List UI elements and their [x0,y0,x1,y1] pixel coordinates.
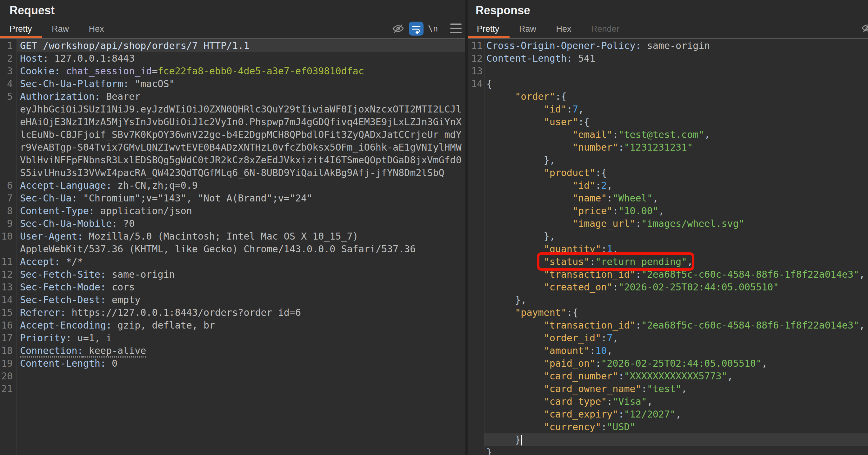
code-line[interactable]: }, [468,154,868,167]
code-line[interactable]: "id":7, [468,103,868,116]
code-line[interactable]: "order":{ [468,90,868,103]
code-line[interactable]: S5ivlHnu3sI3VVwI4pacRA_QW423QdTQGfMLq6_6… [0,167,465,179]
code-line[interactable]: 7Sec-Ch-Ua: "Chromium";v="143", "Not A(B… [0,192,465,205]
code-line[interactable]: "card_expiry":"12/2027", [468,408,868,421]
hide-matches-icon[interactable] [392,22,404,35]
response-tab-pretty[interactable]: Pretty [477,24,499,34]
code-line[interactable]: "quantity":1, [468,243,868,255]
code-line[interactable]: lcEuNb-CBJFjoif_SBv7K0KpOY36wnV22ge-b4E2… [0,129,465,141]
word-wrap-icon [410,23,422,34]
code-line[interactable]: 21 [0,382,465,395]
code-line[interactable]: AppleWebKit/537.36 (KHTML, like Gecko) C… [0,243,465,255]
code-line[interactable]: "order_id":7, [468,332,868,344]
line-number: 21 [0,382,13,395]
code-line[interactable]: "number":"1231231231" [468,141,868,154]
hide-matches-icon[interactable] [861,22,868,34]
line-number: 5 [0,90,13,103]
code-line[interactable]: 15Referer: https://127.0.0.1:8443/orders… [0,306,465,319]
code-line[interactable]: "payment":{ [468,306,868,319]
code-line[interactable]: 12Content-Length: 541 [468,52,868,65]
code-line[interactable]: "image_url":"images/wheel.svg" [468,217,868,230]
code-line[interactable]: 14Sec-Fetch-Dest: empty [0,293,465,306]
code-line[interactable]: 9Sec-Ch-Ua-Mobile: ?0 [0,217,465,230]
line-number [468,243,483,255]
code-line[interactable]: "transaction_id":"2ea68f5c-c60c-4584-88f… [468,268,868,281]
request-panel-title: Request [9,4,55,17]
code-line[interactable]: "id":2, [468,179,868,192]
line-number: 16 [0,319,13,332]
newline-icon[interactable]: \n [428,23,438,34]
text-cursor [521,435,522,446]
code-line[interactable]: "card_type":"Visa", [468,395,868,408]
code-line[interactable]: 13 [468,65,868,78]
panel-divider[interactable] [465,0,468,455]
line-number [468,103,483,116]
response-tab-hex[interactable]: Hex [556,24,571,34]
word-wrap-toggle[interactable] [409,22,424,36]
code-line[interactable]: eyJhbGciOiJSUzI1NiJ9.eyJzdWIiOiJ0ZXN0QHR… [0,103,465,116]
code-line[interactable]: 10User-Agent: Mozilla/5.0 (Macintosh; In… [0,230,465,243]
line-number: 19 [0,357,13,370]
code-line[interactable]: 16Accept-Encoding: gzip, deflate, br [0,319,465,332]
request-tab-hex[interactable]: Hex [89,24,104,34]
line-number [468,192,483,205]
code-line[interactable]: "status":"return pending", [468,255,868,268]
code-line[interactable]: 14{ [468,78,868,90]
code-line[interactable]: 4Sec-Ch-Ua-Platform: "macOS" [0,78,465,90]
code-line[interactable]: 17Priority: u=1, i [0,332,465,344]
code-line[interactable]: 1GET /workshop/api/shop/orders/7 HTTP/1.… [0,39,465,52]
code-line[interactable]: 8Content-Type: application/json [0,205,465,217]
response-tab-raw[interactable]: Raw [519,24,536,34]
request-tab-pretty[interactable]: Pretty [9,24,32,34]
line-number [468,281,483,293]
line-number [468,408,483,421]
line-number [468,357,483,370]
line-number [468,268,483,281]
code-line[interactable]: } [468,433,868,446]
code-line[interactable]: "user":{ [468,116,868,129]
code-line[interactable]: } [468,446,868,455]
line-number [0,243,13,255]
code-line[interactable]: "card_number":"XXXXXXXXXXXX5773", [468,370,868,382]
code-line[interactable]: 12Sec-Fetch-Site: same-origin [0,268,465,281]
line-number [0,129,13,141]
line-number [468,421,483,433]
code-line[interactable]: 19Content-Length: 0 [0,357,465,370]
response-tab-render: Render [591,24,619,34]
code-line[interactable]: VblHviNFFpFNbnsR3LxlEDSBQg5gWdC0tJR2kCz8… [0,154,465,167]
code-line[interactable]: 11Accept: */* [0,255,465,268]
request-tab-raw[interactable]: Raw [52,24,69,34]
code-line[interactable]: "product":{ [468,167,868,179]
code-line[interactable]: 18Connection: keep-alive [0,344,465,357]
code-line[interactable]: 20 [0,370,465,382]
code-line[interactable]: 2Host: 127.0.0.1:8443 [0,52,465,65]
code-line[interactable]: 13Sec-Fetch-Mode: cors [0,281,465,293]
code-line[interactable]: "amount":10, [468,344,868,357]
code-line[interactable]: 11Cross-Origin-Opener-Policy: same-origi… [468,39,868,52]
code-line[interactable]: "transaction_id":"2ea68f5c-c60c-4584-88f… [468,319,868,332]
code-line[interactable]: "paid_on":"2026-02-25T02:44:05.005510", [468,357,868,370]
code-line[interactable]: 5Authorization: Bearer [0,90,465,103]
code-line[interactable]: }, [468,230,868,243]
response-code[interactable]: 11Cross-Origin-Opener-Policy: same-origi… [468,39,868,455]
line-number [0,167,13,179]
code-line[interactable]: "created_on":"2026-02-25T02:44:05.005510… [468,281,868,293]
code-line[interactable]: r9VeABTgp-S04Tvix7GMvLQNZIwvtEVE0B4ADzXN… [0,141,465,154]
menu-icon[interactable] [450,24,462,36]
code-line[interactable]: eHAiOjE3NzI1MzA5MjYsInJvbGUiOiJ1c2VyIn0.… [0,116,465,129]
response-panel: Response Pretty Raw Hex Render 11Cross-O… [468,0,868,455]
code-line[interactable]: "name":"Wheel", [468,192,868,205]
line-number [468,382,483,395]
code-line[interactable]: "email":"test@test.com", [468,129,868,141]
code-line[interactable]: "card_owner_name":"test", [468,382,868,395]
code-line[interactable]: 3Cookie: chat_session_id=fce22fa8-ebb0-4… [0,65,465,78]
line-number: 14 [468,78,483,90]
code-line[interactable]: "currency":"USD" [468,421,868,433]
code-line[interactable]: 6Accept-Language: zh-CN,zh;q=0.9 [0,179,465,192]
request-code[interactable]: 1GET /workshop/api/shop/orders/7 HTTP/1.… [0,39,465,455]
line-number: 10 [0,230,13,243]
line-number: 12 [0,268,13,281]
line-number [468,205,483,217]
code-line[interactable]: }, [468,293,868,306]
code-line[interactable]: "price":"10.00", [468,205,868,217]
